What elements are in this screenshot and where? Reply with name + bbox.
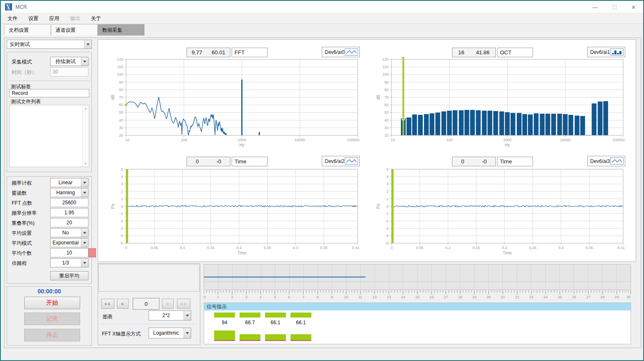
- svg-text:12: 12: [373, 295, 377, 299]
- svg-text:0.1: 0.1: [445, 246, 451, 250]
- average-count-flag: [88, 248, 96, 257]
- svg-text:5: 5: [386, 167, 389, 171]
- window-title: MCR: [15, 4, 27, 10]
- svg-text:50: 50: [119, 110, 123, 114]
- chevron-down-icon[interactable]: [81, 57, 88, 66]
- fft-name-input[interactable]: FFT: [232, 48, 268, 57]
- time-ai2-name-input[interactable]: Time: [232, 157, 268, 166]
- svg-text:24: 24: [543, 295, 548, 299]
- svg-text:100: 100: [382, 72, 389, 76]
- param-combo[interactable]: Linear: [50, 178, 88, 187]
- signal-value: 66.1: [290, 320, 311, 325]
- svg-text:100: 100: [446, 138, 452, 142]
- scroll-down-icon[interactable]: ▼: [84, 162, 88, 166]
- param-value: 1/3: [62, 260, 69, 266]
- svg-text:100000: 100000: [347, 138, 359, 142]
- channel-label: Dev6/ai1: [590, 49, 610, 55]
- scrollbar[interactable]: ▲ ▼: [82, 105, 89, 167]
- test-mode-select[interactable]: 实时测试: [7, 40, 92, 49]
- param-combo[interactable]: No: [50, 228, 88, 237]
- svg-text:1: 1: [217, 295, 219, 299]
- chevron-down-icon[interactable]: [84, 40, 91, 48]
- nav-index-value[interactable]: 0: [133, 298, 159, 310]
- svg-text:0: 0: [204, 295, 206, 299]
- chart-layout-combo[interactable]: 2*2: [149, 310, 191, 320]
- param-combo[interactable]: Exponential: [50, 238, 88, 247]
- time-ai2-channel-box[interactable]: Dev6/ai2: [322, 156, 360, 166]
- svg-text:2: 2: [386, 189, 389, 193]
- scroll-up-icon[interactable]: ▲: [84, 106, 88, 110]
- chevron-down-icon[interactable]: [81, 229, 88, 237]
- svg-text:10000: 10000: [295, 138, 305, 142]
- param-combo[interactable]: 1/3: [50, 258, 88, 267]
- param-input[interactable]: 20: [50, 218, 88, 227]
- fft-channel-box[interactable]: Dev6/ai0: [322, 47, 360, 57]
- close-button[interactable]: ✕: [624, 1, 643, 13]
- param-value: Linear: [58, 180, 72, 186]
- test-label-input[interactable]: Record: [9, 89, 89, 97]
- menu-about[interactable]: 关于: [90, 14, 102, 23]
- chevron-down-icon[interactable]: [81, 239, 88, 247]
- record-button: 记录: [24, 313, 80, 325]
- signal-level-bar: [290, 334, 311, 341]
- svg-text:-3: -3: [385, 226, 389, 231]
- svg-text:1: 1: [121, 197, 123, 201]
- start-button[interactable]: 开始: [24, 297, 80, 309]
- svg-text:-4: -4: [120, 234, 123, 238]
- oct-channel-box[interactable]: Dev6/ai1: [587, 47, 625, 57]
- tab-document-settings[interactable]: 文档设置: [4, 24, 51, 36]
- svg-text:-3: -3: [120, 226, 123, 231]
- svg-text:120: 120: [382, 57, 389, 61]
- nav-next-button[interactable]: >: [162, 299, 174, 309]
- tab-data-acquisition[interactable]: 数据采集: [98, 24, 144, 36]
- chevron-down-icon[interactable]: [81, 188, 88, 197]
- svg-text:0.41: 0.41: [352, 246, 359, 250]
- nav-first-button[interactable]: <<: [101, 299, 114, 309]
- record-timeline[interactable]: [204, 264, 631, 290]
- menu-file[interactable]: 文件: [6, 14, 19, 23]
- chevron-down-icon[interactable]: [81, 259, 88, 267]
- svg-text:2: 2: [121, 189, 123, 193]
- chart-cell-time-ai3: -5-4-3-2-101234500.050.10.150.20.250.30.…: [363, 148, 632, 257]
- nav-last-button[interactable]: >>: [177, 299, 190, 309]
- svg-text:21: 21: [501, 295, 505, 299]
- line-chart-icon: [345, 158, 358, 165]
- svg-text:30: 30: [119, 126, 123, 130]
- time-ai3-channel-box[interactable]: Dev6/ai3: [587, 156, 625, 166]
- time-ai3-name-input[interactable]: Time: [497, 157, 533, 166]
- bar-chart-icon: [610, 48, 624, 56]
- timeline-ruler[interactable]: 0123456789101112131415161718192021222324…: [204, 290, 631, 299]
- nav-prev-button[interactable]: <: [117, 299, 129, 309]
- param-input[interactable]: 10: [50, 248, 88, 257]
- svg-text:19: 19: [472, 295, 477, 299]
- time-sec-value: 30: [53, 69, 58, 75]
- menu-application[interactable]: 应用: [48, 14, 61, 23]
- svg-text:10: 10: [125, 138, 129, 142]
- acq-mode-combo[interactable]: 持续测试: [50, 57, 88, 66]
- fft-xaxis-combo[interactable]: Logarithmic: [149, 328, 191, 338]
- param-label: 窗函数: [12, 190, 27, 197]
- svg-text:Pa: Pa: [111, 203, 115, 209]
- test-file-list[interactable]: ▲ ▼: [9, 105, 89, 167]
- param-input[interactable]: 25600: [50, 198, 88, 207]
- svg-text:6: 6: [288, 295, 290, 299]
- param-input[interactable]: 1.95: [50, 208, 88, 217]
- svg-text:30: 30: [384, 126, 389, 130]
- param-combo[interactable]: Hanning: [50, 188, 88, 197]
- svg-text:0.05: 0.05: [151, 246, 158, 250]
- restart-average-button[interactable]: 重启平均: [50, 271, 88, 280]
- svg-text:0.35: 0.35: [320, 246, 328, 250]
- oct-name-input[interactable]: OCT: [497, 48, 533, 57]
- chevron-down-icon[interactable]: [81, 178, 88, 187]
- param-label: 平均模式: [12, 240, 32, 247]
- svg-text:10: 10: [344, 295, 348, 299]
- minimize-button[interactable]: —: [586, 1, 605, 13]
- svg-text:60: 60: [119, 103, 123, 107]
- param-label: 倍频程: [12, 260, 27, 267]
- chevron-down-icon[interactable]: [184, 328, 191, 338]
- menu-settings[interactable]: 设置: [27, 14, 40, 23]
- maximize-button[interactable]: ☐: [605, 1, 624, 13]
- chevron-down-icon[interactable]: [184, 311, 191, 320]
- svg-text:0: 0: [121, 204, 123, 208]
- tab-channel-settings[interactable]: 通道设置: [51, 24, 98, 36]
